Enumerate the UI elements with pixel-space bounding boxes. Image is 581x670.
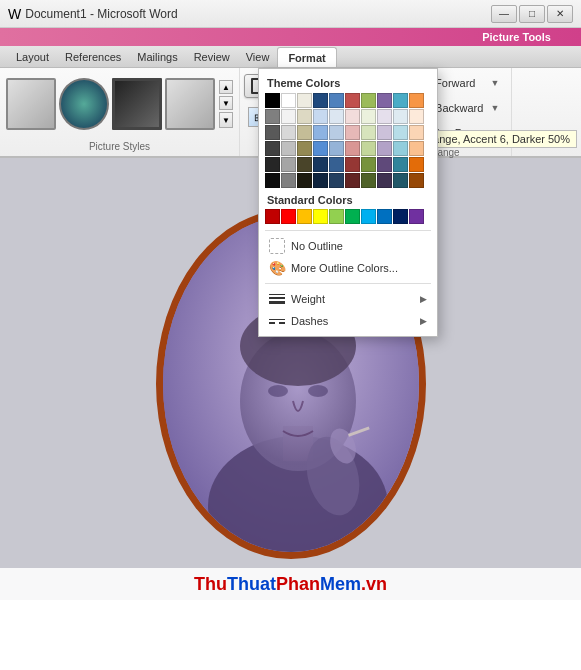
theme-color-swatch[interactable] — [393, 157, 408, 172]
theme-color-swatch[interactable] — [329, 125, 344, 140]
theme-color-swatch[interactable] — [377, 125, 392, 140]
style-thumb-3[interactable] — [112, 78, 162, 130]
theme-color-swatch[interactable] — [313, 125, 328, 140]
theme-color-swatch[interactable] — [345, 141, 360, 156]
dashes-item[interactable]: Dashes ▶ — [265, 310, 431, 332]
theme-color-swatch[interactable] — [329, 109, 344, 124]
minimize-button[interactable]: — — [491, 5, 517, 23]
gallery-more-arrow[interactable]: ▼ — [219, 112, 233, 128]
theme-color-swatch[interactable] — [409, 141, 424, 156]
theme-color-swatch[interactable] — [297, 173, 312, 188]
app-icon: W — [8, 6, 21, 22]
maximize-button[interactable]: □ — [519, 5, 545, 23]
gallery-up-arrow[interactable]: ▲ — [219, 80, 233, 94]
theme-color-swatch[interactable] — [281, 157, 296, 172]
theme-color-swatch[interactable] — [265, 157, 280, 172]
style-thumb-4[interactable] — [165, 78, 215, 130]
theme-color-swatch[interactable] — [281, 125, 296, 140]
theme-color-swatch[interactable] — [265, 109, 280, 124]
theme-color-swatch[interactable] — [281, 93, 296, 108]
theme-color-swatch[interactable] — [297, 93, 312, 108]
divider-1 — [265, 230, 431, 231]
theme-color-swatch[interactable] — [265, 173, 280, 188]
picture-tools-bar: Picture Tools — [0, 28, 581, 46]
theme-color-swatch[interactable] — [361, 109, 376, 124]
no-outline-item[interactable]: No Outline — [265, 235, 431, 257]
theme-color-swatch[interactable] — [361, 173, 376, 188]
tab-references[interactable]: References — [57, 47, 129, 67]
theme-color-swatch[interactable] — [281, 173, 296, 188]
standard-color-swatch[interactable] — [313, 209, 328, 224]
standard-color-swatch[interactable] — [345, 209, 360, 224]
theme-color-swatch[interactable] — [409, 157, 424, 172]
theme-color-swatch[interactable] — [313, 173, 328, 188]
tab-format[interactable]: Format — [277, 47, 336, 67]
theme-color-swatch[interactable] — [345, 109, 360, 124]
theme-color-swatch[interactable] — [409, 109, 424, 124]
more-outline-colors-item[interactable]: 🎨 More Outline Colors... — [265, 257, 431, 279]
theme-color-swatch[interactable] — [313, 109, 328, 124]
theme-color-swatch[interactable] — [297, 109, 312, 124]
theme-color-swatch[interactable] — [313, 141, 328, 156]
theme-color-swatch[interactable] — [329, 157, 344, 172]
theme-color-swatch[interactable] — [297, 125, 312, 140]
theme-color-swatch[interactable] — [329, 173, 344, 188]
theme-color-swatch[interactable] — [409, 173, 424, 188]
theme-color-swatch[interactable] — [345, 173, 360, 188]
theme-color-swatch[interactable] — [345, 157, 360, 172]
theme-color-swatch[interactable] — [329, 93, 344, 108]
theme-color-swatch[interactable] — [361, 125, 376, 140]
standard-color-swatch[interactable] — [377, 209, 392, 224]
theme-color-swatch[interactable] — [361, 141, 376, 156]
theme-color-swatch[interactable] — [265, 125, 280, 140]
gallery-down-arrow[interactable]: ▼ — [219, 96, 233, 110]
theme-color-swatch[interactable] — [361, 157, 376, 172]
bring-forward-arrow: ▼ — [490, 78, 499, 88]
theme-color-swatch[interactable] — [377, 173, 392, 188]
tab-review[interactable]: Review — [186, 47, 238, 67]
theme-color-swatch[interactable] — [345, 93, 360, 108]
theme-color-swatch[interactable] — [377, 141, 392, 156]
title-bar-text: Document1 - Microsoft Word — [25, 7, 491, 21]
standard-color-swatch[interactable] — [329, 209, 344, 224]
standard-color-swatch[interactable] — [361, 209, 376, 224]
theme-color-swatch[interactable] — [409, 93, 424, 108]
standard-color-swatch[interactable] — [265, 209, 280, 224]
style-thumb-2[interactable] — [59, 78, 109, 130]
theme-color-swatch[interactable] — [281, 141, 296, 156]
theme-color-swatch[interactable] — [265, 93, 280, 108]
theme-color-swatch[interactable] — [297, 157, 312, 172]
theme-color-swatch[interactable] — [393, 109, 408, 124]
standard-color-swatch[interactable] — [281, 209, 296, 224]
tooltip-text: Orange, Accent 6, Darker 50% — [421, 133, 570, 145]
standard-color-swatch[interactable] — [393, 209, 408, 224]
theme-color-swatch[interactable] — [393, 93, 408, 108]
theme-color-swatch[interactable] — [361, 93, 376, 108]
style-thumb-1[interactable] — [6, 78, 56, 130]
theme-color-swatch[interactable] — [393, 141, 408, 156]
close-button[interactable]: ✕ — [547, 5, 573, 23]
theme-color-swatch[interactable] — [329, 141, 344, 156]
tab-view[interactable]: View — [238, 47, 278, 67]
standard-color-swatch[interactable] — [409, 209, 424, 224]
theme-color-swatch[interactable] — [377, 157, 392, 172]
theme-color-swatch[interactable] — [313, 93, 328, 108]
watermark-thu: Thu — [194, 574, 227, 594]
watermark-thuat: Thuat — [227, 574, 276, 594]
standard-color-swatch[interactable] — [297, 209, 312, 224]
dashes-arrow: ▶ — [420, 316, 427, 326]
theme-color-swatch[interactable] — [265, 141, 280, 156]
theme-color-swatch[interactable] — [313, 157, 328, 172]
theme-color-swatch[interactable] — [345, 125, 360, 140]
theme-color-swatch[interactable] — [377, 109, 392, 124]
theme-color-swatch[interactable] — [297, 141, 312, 156]
theme-color-swatch[interactable] — [377, 93, 392, 108]
tab-mailings[interactable]: Mailings — [129, 47, 185, 67]
theme-color-swatch[interactable] — [281, 109, 296, 124]
theme-color-swatch[interactable] — [393, 125, 408, 140]
theme-color-swatch[interactable] — [393, 173, 408, 188]
theme-color-swatch[interactable] — [409, 125, 424, 140]
standard-colors-title: Standard Colors — [267, 194, 431, 206]
tab-layout[interactable]: Layout — [8, 47, 57, 67]
weight-item[interactable]: Weight ▶ — [265, 288, 431, 310]
